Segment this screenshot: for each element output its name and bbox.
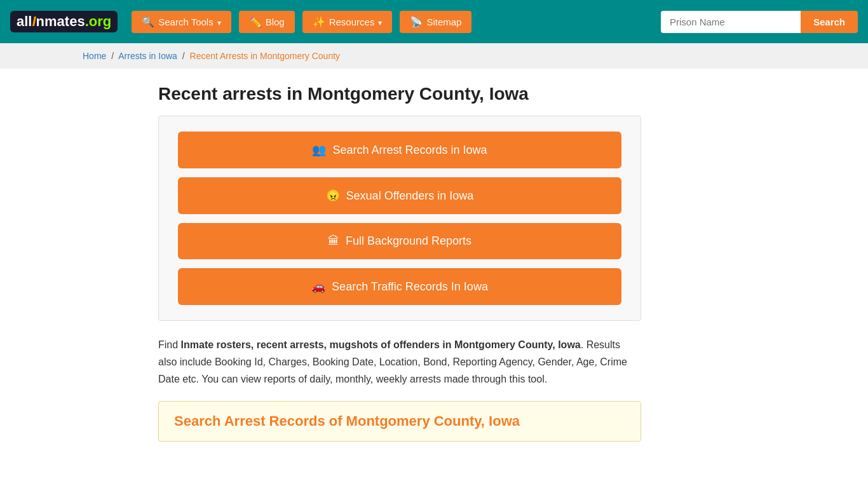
search-icon bbox=[142, 16, 154, 28]
breadcrumb: Home / Arrests in Iowa / Recent Arrests … bbox=[0, 43, 868, 69]
main-content: Recent arrests in Montgomery County, Iow… bbox=[148, 69, 720, 457]
header-search-button[interactable]: Search bbox=[801, 11, 858, 33]
search-records-title: Search Arrest Records of Montgomery Coun… bbox=[174, 413, 625, 430]
site-header: allInmates.org Search Tools Blog Resourc… bbox=[0, 0, 868, 43]
search-tools-button[interactable]: Search Tools bbox=[132, 11, 231, 33]
chevron-down-icon-2 bbox=[378, 17, 382, 27]
breadcrumb-arrests-iowa[interactable]: Arrests in Iowa bbox=[118, 51, 177, 61]
resources-icon bbox=[313, 16, 325, 28]
sitemap-icon bbox=[410, 16, 423, 28]
building-icon bbox=[328, 234, 339, 248]
sitemap-label: Sitemap bbox=[426, 17, 461, 27]
breadcrumb-sep-1: / bbox=[111, 51, 114, 61]
logo-all: all bbox=[17, 13, 32, 29]
background-reports-button[interactable]: Full Background Reports bbox=[178, 223, 621, 259]
sex-offenders-label: Sexual Offenders in Iowa bbox=[346, 189, 474, 203]
blog-icon bbox=[249, 16, 262, 28]
description-bold: Inmate rosters, recent arrests, mugshots… bbox=[181, 339, 581, 350]
traffic-records-button[interactable]: Search Traffic Records In Iowa bbox=[178, 268, 621, 305]
logo-text: allInmates.org bbox=[17, 13, 111, 30]
prison-name-input[interactable] bbox=[661, 11, 801, 33]
page-title: Recent arrests in Montgomery County, Iow… bbox=[158, 84, 710, 104]
arrest-records-label: Search Arrest Records in Iowa bbox=[332, 144, 487, 157]
sex-offenders-button[interactable]: Sexual Offenders in Iowa bbox=[178, 177, 621, 214]
sitemap-button[interactable]: Sitemap bbox=[400, 11, 471, 33]
blog-label: Blog bbox=[266, 17, 285, 27]
breadcrumb-sep-2: / bbox=[182, 51, 185, 61]
arrest-records-button[interactable]: Search Arrest Records in Iowa bbox=[178, 132, 621, 168]
search-tools-label: Search Tools bbox=[158, 17, 213, 27]
header-search: Search bbox=[661, 11, 858, 33]
logo-org: .org bbox=[85, 13, 112, 29]
people-icon bbox=[312, 143, 326, 157]
page-description: Find Inmate rosters, recent arrests, mug… bbox=[158, 336, 641, 388]
background-reports-label: Full Background Reports bbox=[346, 234, 471, 248]
chevron-down-icon bbox=[217, 17, 221, 27]
search-records-box: Search Arrest Records of Montgomery Coun… bbox=[158, 401, 641, 442]
blog-button[interactable]: Blog bbox=[239, 11, 295, 33]
breadcrumb-current: Recent Arrests in Montgomery County bbox=[190, 51, 341, 61]
angry-icon bbox=[326, 189, 340, 203]
breadcrumb-home[interactable]: Home bbox=[83, 51, 106, 61]
traffic-records-label: Search Traffic Records In Iowa bbox=[332, 280, 488, 294]
description-prefix: Find bbox=[158, 339, 181, 350]
action-buttons-box: Search Arrest Records in Iowa Sexual Off… bbox=[158, 116, 641, 321]
logo-nmates: nmates bbox=[36, 13, 85, 29]
resources-button[interactable]: Resources bbox=[302, 11, 393, 33]
car-icon bbox=[311, 280, 325, 294]
resources-label: Resources bbox=[329, 17, 375, 27]
site-logo[interactable]: allInmates.org bbox=[10, 11, 118, 32]
